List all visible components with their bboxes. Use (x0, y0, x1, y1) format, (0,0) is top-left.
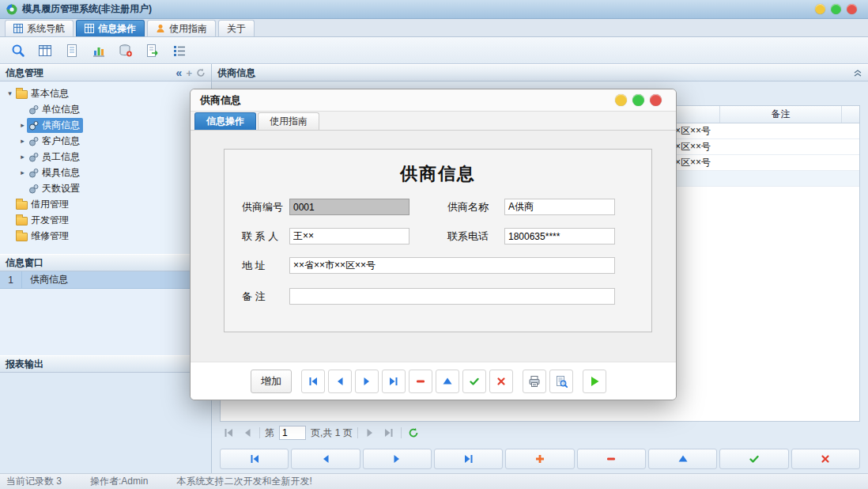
delete-record-button[interactable] (409, 370, 432, 393)
caret-right-icon[interactable]: ▸ (18, 137, 27, 145)
tree-label: 员工信息 (42, 150, 80, 164)
page-total-label: 页,共 1 页 (311, 426, 353, 440)
tree-item-unit-info[interactable]: 单位信息 (0, 101, 211, 117)
tree-item-supplier-info[interactable]: ▸ 供商信息 (0, 117, 211, 133)
chart-icon[interactable] (89, 40, 109, 61)
x-icon (496, 376, 507, 387)
tree-label: 模具信息 (42, 166, 80, 180)
minimize-button[interactable] (815, 4, 825, 14)
grid-icon (85, 24, 94, 33)
panel-header-info-window: 信息窗口 (0, 254, 211, 271)
tree-item-customer-info[interactable]: ▸ 客户信息 (0, 133, 211, 149)
person-icon (156, 24, 165, 33)
next-record-button[interactable] (355, 370, 379, 393)
first-page-icon[interactable] (221, 426, 236, 440)
tree-item-employee-info[interactable]: ▸ 员工信息 (0, 149, 211, 165)
cancel-button[interactable] (791, 449, 860, 469)
first-record-button[interactable] (220, 449, 289, 469)
cancel-button[interactable] (489, 370, 513, 393)
maximize-button[interactable] (831, 4, 841, 14)
tree-item-borrow-mgmt[interactable]: 借用管理 (0, 196, 211, 212)
search-icon[interactable] (8, 40, 28, 61)
column-header-remark[interactable]: 备注 (720, 106, 842, 123)
tab-system-nav[interactable]: 系统导航 (5, 20, 74, 36)
prev-icon (320, 453, 331, 464)
tab-about[interactable]: 关于 (218, 20, 255, 36)
tree-label: 客户信息 (42, 135, 80, 148)
status-bar: 当前记录数 3 操作者:Admin 本系统支持二次开发和全新开发! (0, 473, 868, 489)
caret-right-icon[interactable]: ▸ (18, 169, 27, 176)
confirm-button[interactable] (462, 370, 486, 393)
remark-field[interactable] (289, 288, 615, 305)
collapse-left-icon[interactable]: « (176, 67, 183, 78)
page-number-input[interactable] (279, 426, 306, 440)
prev-record-button[interactable] (291, 449, 360, 469)
tree-label: 基本信息 (31, 87, 69, 100)
prev-page-icon[interactable] (240, 426, 255, 440)
phone-label: 联系电话 (447, 229, 495, 244)
tree-item-days-setting[interactable]: 天数设置 (0, 180, 211, 196)
contact-field[interactable] (289, 228, 409, 244)
phone-field[interactable] (504, 228, 615, 244)
titlebar: 模具履历管理系统(非注册用户) (0, 0, 868, 19)
panel-title: 供商信息 (217, 66, 255, 80)
prev-record-button[interactable] (328, 370, 352, 393)
edit-record-button[interactable] (648, 449, 717, 469)
minus-icon (606, 453, 617, 464)
next-icon (391, 453, 402, 464)
tab-info-ops[interactable]: 信息操作 (76, 20, 145, 36)
add-record-button[interactable] (505, 449, 574, 469)
tree-item-repair-mgmt[interactable]: 维修管理 (0, 228, 211, 244)
tree-item-base-info[interactable]: ▾ 基本信息 (0, 85, 211, 101)
add-icon[interactable]: + (186, 67, 192, 79)
supplier-name-field[interactable] (504, 199, 615, 215)
first-record-button[interactable] (301, 370, 325, 393)
next-record-button[interactable] (363, 449, 432, 469)
confirm-button[interactable] (719, 449, 788, 469)
last-page-icon[interactable] (382, 426, 396, 440)
caret-right-icon[interactable]: ▸ (18, 153, 27, 161)
add-button[interactable]: 增加 (251, 370, 292, 393)
document-icon[interactable] (62, 40, 82, 61)
tree-item-mold-info[interactable]: ▸ 模具信息 (0, 165, 211, 180)
dialog-maximize-button[interactable] (632, 94, 644, 106)
row-label: 供商信息 (22, 273, 68, 286)
tab-user-guide[interactable]: 使用指南 (147, 20, 216, 36)
export-icon[interactable] (142, 40, 163, 61)
run-button[interactable] (583, 370, 606, 393)
close-button[interactable] (847, 4, 857, 14)
panel-title: 信息管理 (6, 66, 43, 80)
list-item[interactable]: 1 供商信息 (0, 271, 211, 289)
tree-item-dev-mgmt[interactable]: 开发管理 (0, 212, 211, 228)
dialog-minimize-button[interactable] (615, 94, 627, 106)
dialog-titlebar: 供商信息 (191, 89, 676, 112)
refresh-icon[interactable] (406, 426, 421, 440)
address-field[interactable] (289, 257, 615, 274)
minus-icon (415, 376, 426, 387)
print-button[interactable] (523, 370, 546, 393)
edit-record-button[interactable] (436, 370, 459, 393)
dialog-tab-user-guide[interactable]: 使用指南 (258, 112, 319, 130)
dialog-tab-info-ops[interactable]: 信息操作 (194, 112, 256, 130)
delete-record-button[interactable] (577, 449, 646, 469)
panel-title: 信息窗口 (6, 256, 43, 270)
address-label: 地 址 (242, 259, 289, 273)
preview-button[interactable] (549, 370, 573, 393)
dialog-close-button[interactable] (650, 94, 662, 106)
table-icon[interactable] (35, 40, 55, 61)
printer-icon (528, 375, 541, 388)
caret-down-icon[interactable]: ▾ (6, 89, 14, 97)
refresh-icon[interactable] (196, 68, 206, 78)
list-icon[interactable] (169, 40, 190, 61)
collapse-up-icon[interactable] (853, 68, 862, 78)
supplier-code-field[interactable] (289, 199, 409, 215)
first-icon (249, 453, 260, 464)
last-record-button[interactable] (434, 449, 503, 469)
remark-cell (720, 123, 842, 138)
info-window-list: 1 供商信息 (0, 271, 211, 355)
status-note-label: 本系统支持二次开发和全新开发! (176, 475, 311, 488)
caret-right-icon[interactable]: ▸ (18, 121, 27, 129)
database-icon[interactable] (115, 40, 136, 61)
next-page-icon[interactable] (363, 426, 377, 440)
last-record-button[interactable] (382, 370, 406, 393)
